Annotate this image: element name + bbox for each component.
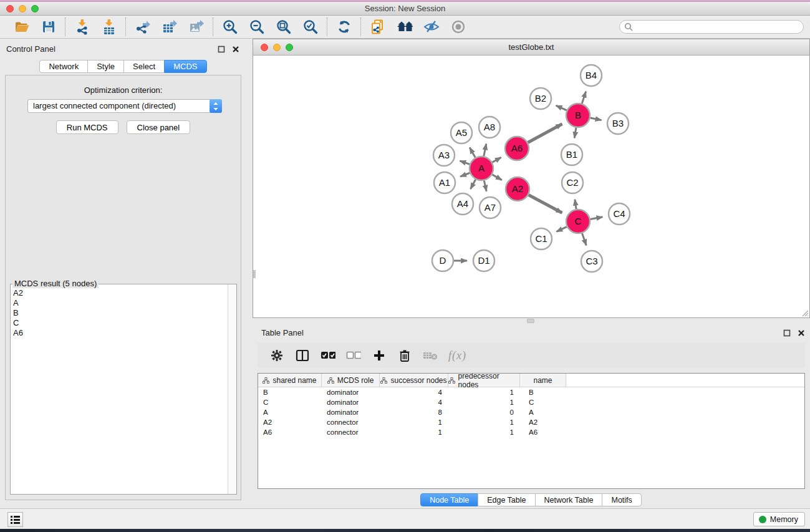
graph-edge-A-A3[interactable]: [460, 161, 470, 164]
cell-shared-name[interactable]: A6: [258, 427, 322, 437]
graph-node-A8[interactable]: A8: [479, 117, 500, 138]
cell-MCDS-role[interactable]: dominator: [322, 397, 380, 407]
graph-edge-C-C2[interactable]: [575, 200, 576, 209]
export-image-icon[interactable]: [188, 19, 205, 36]
column-header-shared-name[interactable]: shared name: [258, 374, 322, 387]
cell-successor-nodes[interactable]: 1: [380, 427, 448, 437]
cell-MCDS-role[interactable]: connector: [322, 427, 380, 437]
cell-predecessor-nodes[interactable]: 1: [448, 417, 520, 427]
graph-edge-C-C4[interactable]: [591, 217, 603, 220]
save-session-icon[interactable]: [40, 19, 57, 36]
graph-edge-A-A4[interactable]: [471, 180, 476, 189]
graph-node-C4[interactable]: C4: [609, 203, 630, 225]
export-table-icon[interactable]: [161, 19, 178, 36]
cell-shared-name[interactable]: A: [258, 407, 322, 417]
graph-edge-A-A8[interactable]: [484, 143, 486, 156]
cell-shared-name[interactable]: B: [258, 387, 322, 397]
close-panel-icon[interactable]: [232, 46, 239, 53]
float-panel-icon[interactable]: [218, 46, 225, 53]
close-panel-button[interactable]: Close panel: [127, 120, 191, 134]
graph-edge-A-A1[interactable]: [460, 173, 470, 177]
graph-edge-B-B1[interactable]: [574, 128, 576, 138]
cell-successor-nodes[interactable]: 4: [380, 397, 448, 407]
minimize-window-button[interactable]: [19, 5, 26, 12]
zoom-selected-icon[interactable]: [302, 19, 319, 36]
cell-name[interactable]: A2: [520, 417, 566, 427]
graph-node-B1[interactable]: B1: [561, 144, 582, 165]
cell-MCDS-role[interactable]: dominator: [322, 387, 380, 397]
graph-node-A1[interactable]: A1: [434, 172, 455, 193]
zoom-window-button[interactable]: [31, 5, 39, 12]
select-all-columns-icon[interactable]: [321, 348, 335, 363]
graph-node-A[interactable]: A: [470, 157, 493, 180]
graph-node-C2[interactable]: C2: [562, 172, 583, 193]
search-box[interactable]: [619, 20, 804, 34]
graph-node-B2[interactable]: B2: [530, 88, 551, 109]
network-minimize-button[interactable]: [273, 44, 281, 51]
cell-shared-name[interactable]: C: [258, 397, 322, 407]
hide-panels-eye-slash-icon[interactable]: [423, 19, 440, 36]
split-pane-divider[interactable]: [527, 319, 534, 323]
table-row-a6[interactable]: A6connector11A6: [258, 427, 804, 437]
table-row-a2[interactable]: A2connector11A2: [258, 417, 804, 427]
graph-node-A7[interactable]: A7: [480, 197, 501, 218]
show-column-panel-icon[interactable]: [295, 348, 310, 363]
graph-node-B[interactable]: B: [566, 104, 590, 127]
cell-name[interactable]: C: [520, 397, 566, 407]
optimization-criterion-dropdown[interactable]: largest connected component (directed): [27, 99, 222, 113]
refresh-network-icon[interactable]: [335, 19, 352, 36]
cell-predecessor-nodes[interactable]: 1: [448, 397, 520, 407]
mcds-result-item-a2[interactable]: A2: [11, 288, 228, 298]
network-close-button[interactable]: [261, 44, 268, 51]
graph-node-A3[interactable]: A3: [433, 145, 455, 166]
graph-node-A2[interactable]: A2: [506, 177, 529, 201]
cell-shared-name[interactable]: A2: [258, 417, 322, 427]
graph-edge-B-B2[interactable]: [556, 105, 567, 110]
graph-edge-A-A6[interactable]: [492, 157, 501, 162]
graph-edge-B-B4[interactable]: [582, 92, 586, 104]
tab-mcds[interactable]: MCDS: [164, 60, 206, 73]
graph-node-D1[interactable]: D1: [473, 250, 494, 271]
cell-successor-nodes[interactable]: 4: [380, 387, 448, 397]
graph-edge-A2-C[interactable]: [529, 195, 562, 213]
graph-node-C1[interactable]: C1: [531, 228, 552, 249]
memory-button[interactable]: Memory: [753, 512, 805, 526]
cell-predecessor-nodes[interactable]: 1: [448, 427, 520, 437]
table-row-c[interactable]: Cdominator41C: [258, 397, 804, 407]
open-file-icon[interactable]: [13, 19, 30, 36]
cell-MCDS-role[interactable]: dominator: [322, 407, 380, 417]
cell-predecessor-nodes[interactable]: 0: [448, 407, 520, 417]
graph-node-C[interactable]: C: [566, 210, 590, 233]
cell-name[interactable]: A6: [520, 427, 566, 437]
table-tab-network-table[interactable]: Network Table: [535, 493, 603, 506]
tab-style[interactable]: Style: [87, 60, 124, 73]
graph-edge-C-C1[interactable]: [556, 227, 567, 232]
tab-network[interactable]: Network: [39, 60, 88, 73]
graph-edge-A-A7[interactable]: [484, 181, 486, 191]
table-tab-motifs[interactable]: Motifs: [602, 493, 641, 506]
search-input[interactable]: [634, 21, 803, 32]
mcds-result-item-c[interactable]: C: [11, 318, 228, 328]
table-options-gear-icon[interactable]: [269, 348, 284, 363]
graph-edge-A-A5[interactable]: [470, 148, 475, 158]
table-row-b[interactable]: Bdominator41B: [258, 387, 804, 397]
cell-name[interactable]: B: [520, 387, 566, 397]
zoom-in-icon[interactable]: [221, 19, 238, 36]
task-history-button[interactable]: [7, 512, 23, 527]
mcds-result-item-b[interactable]: B: [11, 308, 228, 318]
column-header-MCDS-role[interactable]: MCDS role: [322, 374, 380, 387]
graph-node-D[interactable]: D: [432, 250, 453, 271]
close-window-button[interactable]: [6, 5, 14, 12]
mcds-result-item-a[interactable]: A: [11, 298, 228, 308]
tab-select[interactable]: Select: [123, 60, 165, 73]
cybrowser-home-icon[interactable]: [396, 19, 413, 36]
column-header-successor-nodes[interactable]: successor nodes: [380, 374, 448, 387]
graph-node-C3[interactable]: C3: [581, 251, 602, 272]
network-zoom-button[interactable]: [286, 44, 293, 51]
graph-node-A6[interactable]: A6: [505, 137, 529, 160]
import-network-icon[interactable]: [74, 19, 90, 36]
graph-node-B3[interactable]: B3: [607, 113, 629, 134]
cell-successor-nodes[interactable]: 8: [380, 407, 448, 417]
cell-successor-nodes[interactable]: 1: [380, 417, 448, 427]
table-tab-edge-table[interactable]: Edge Table: [478, 493, 535, 506]
